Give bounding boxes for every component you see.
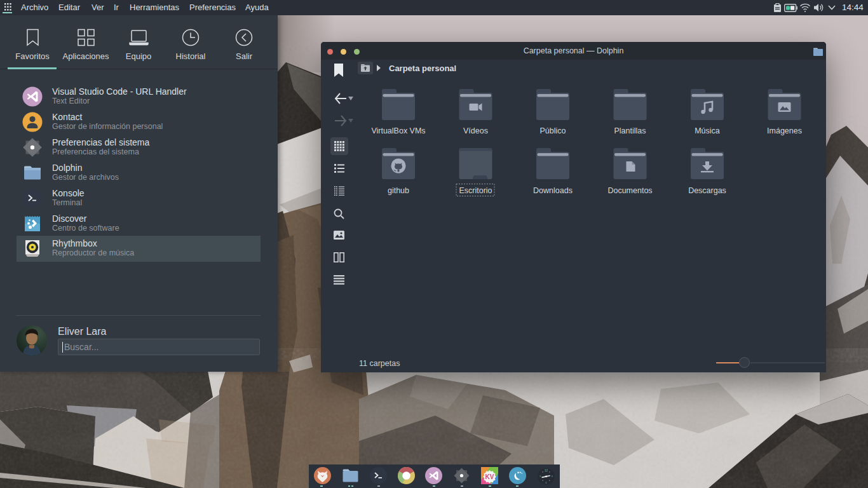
svg-text:9: 9 — [539, 475, 541, 478]
svg-text:6: 6 — [545, 481, 546, 484]
svg-text:3: 3 — [551, 475, 552, 478]
svg-text:12: 12 — [545, 469, 548, 472]
svg-text:KV: KV — [485, 473, 494, 480]
